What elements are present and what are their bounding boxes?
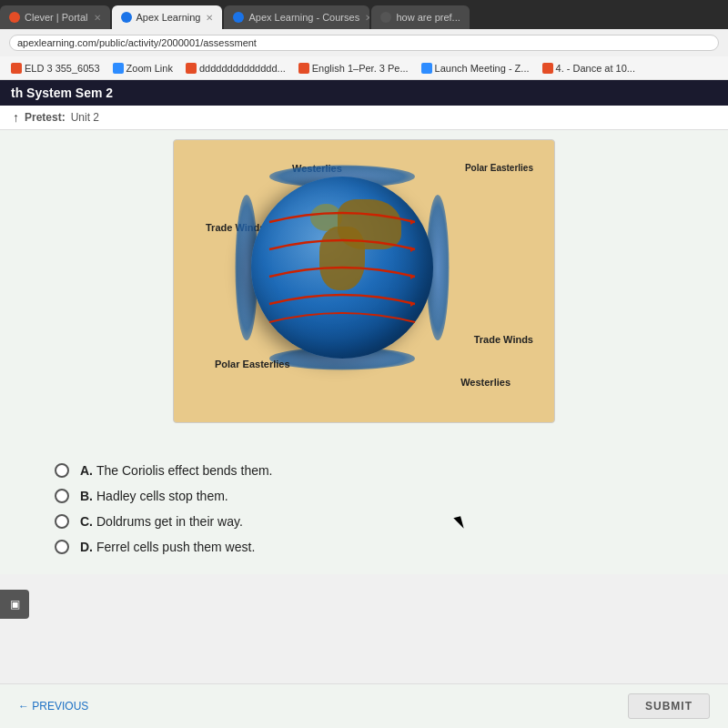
tab-label-how-are: how are pref... [396,12,460,23]
tab-label-apex-courses: Apex Learning - Courses [248,12,359,23]
answer-text-d: Ferrel cells push them west. [96,540,255,554]
globe [251,177,433,359]
page-header: th System Sem 2 [0,80,728,106]
bookmark-icon-dance [542,63,553,74]
answer-letter-c: C. [80,514,93,529]
breadcrumb-unit: Unit 2 [71,111,99,124]
answer-choice-c[interactable]: C. Doldrums get in their way. [55,514,673,529]
radio-b[interactable] [55,489,69,503]
answer-text-a: The Coriolis effect bends them. [96,463,273,478]
label-westerlies-bottom: Westerlies [460,377,511,388]
globe-wrapper [251,177,433,359]
tab-how-are[interactable]: how are pref... [371,5,469,29]
sidebar-icon: ▣ [10,598,20,611]
tab-apex[interactable]: Apex Learning ✕ [112,5,223,29]
bookmark-ddd[interactable]: dddddddddddddd... [182,62,289,75]
breadcrumb-bar: ↑ Pretest: Unit 2 [0,106,728,130]
answer-choice-d[interactable]: D. Ferrel cells push them west. [55,540,673,554]
tab-label-apex: Apex Learning [136,12,201,23]
answer-letter-a: A. [80,463,93,478]
sidebar-toggle-button[interactable]: ▣ [0,590,29,619]
wind-arrows-svg [251,177,433,359]
browser-chrome: Clever | Portal ✕ Apex Learning ✕ Apex L… [0,0,728,80]
question-area: Westerlies Polar Easterlies Trade Winds [0,130,728,443]
answer-choice-a[interactable]: A. The Coriolis effect bends them. [55,463,673,478]
bookmark-zoom[interactable]: Zoom Link [109,62,177,75]
tab-clever[interactable]: Clever | Portal ✕ [0,5,110,29]
earth-diagram: Westerlies Polar Easterlies Trade Winds [173,139,555,423]
bookmark-dance[interactable]: 4. - Dance at 10... [539,62,639,75]
tab-icon-clever [9,12,20,23]
radio-c[interactable] [55,514,69,529]
tab-apex-courses[interactable]: Apex Learning - Courses ✕ [224,5,369,29]
close-tab-apex[interactable]: ✕ [206,13,213,23]
breadcrumb-label: Pretest: [25,111,66,124]
page-title: th System Sem 2 [11,86,113,100]
bookmark-english[interactable]: English 1–Per. 3 Pe... [295,62,412,75]
bookmark-launch[interactable]: Launch Meeting - Z... [418,62,533,75]
svg-marker-1 [410,247,415,252]
label-polar-easterlies-top: Polar Easterlies [465,163,533,173]
close-tab-clever[interactable]: ✕ [94,13,101,23]
globe-sphere [251,177,433,359]
radio-d[interactable] [55,540,69,554]
bookmark-icon-eld [11,63,22,74]
bottom-navigation: ← PREVIOUS SUBMIT [0,683,728,728]
radio-a[interactable] [55,463,69,478]
bookmarks-bar: ELD 3 355_6053 Zoom Link dddddddddddddd.… [0,56,728,80]
label-trade-winds-right: Trade Winds [474,334,533,345]
page-content: th System Sem 2 ↑ Pretest: Unit 2 Wester… [0,80,728,728]
submit-button[interactable]: SUBMIT [628,693,710,719]
bookmark-icon-ddd [186,63,197,74]
bookmark-eld[interactable]: ELD 3 355_6053 [7,62,104,75]
answer-letter-b: B. [80,489,93,503]
close-tab-apex-courses[interactable]: ✕ [365,13,369,23]
tab-icon-apex-courses [233,12,244,23]
tab-icon-how-are [380,12,391,23]
address-bar: apexlearning.com/public/activity/2000001… [0,29,728,56]
url-display[interactable]: apexlearning.com/public/activity/2000001… [9,35,719,51]
bookmark-icon-english [298,63,309,74]
answer-choice-b[interactable]: B. Hadley cells stop them. [55,489,673,503]
label-polar-easterlies-bottom: Polar Easterlies [215,359,290,369]
answer-letter-d: D. [80,540,93,554]
bookmark-icon-launch [421,63,432,74]
tab-icon-apex [121,12,132,23]
svg-marker-3 [410,301,415,307]
answer-text-c: Doldrums get in their way. [96,514,243,529]
previous-button[interactable]: ← PREVIOUS [18,700,88,713]
svg-marker-0 [410,219,415,225]
breadcrumb-arrow-icon: ↑ [13,110,19,125]
tab-bar: Clever | Portal ✕ Apex Learning ✕ Apex L… [0,0,728,29]
tab-label-clever: Clever | Portal [25,12,88,23]
answers-section: A. The Coriolis effect bends them. B. Ha… [0,443,728,574]
bookmark-icon-zoom [113,63,124,74]
svg-marker-2 [410,274,415,279]
answer-text-b: Hadley cells stop them. [96,489,228,503]
